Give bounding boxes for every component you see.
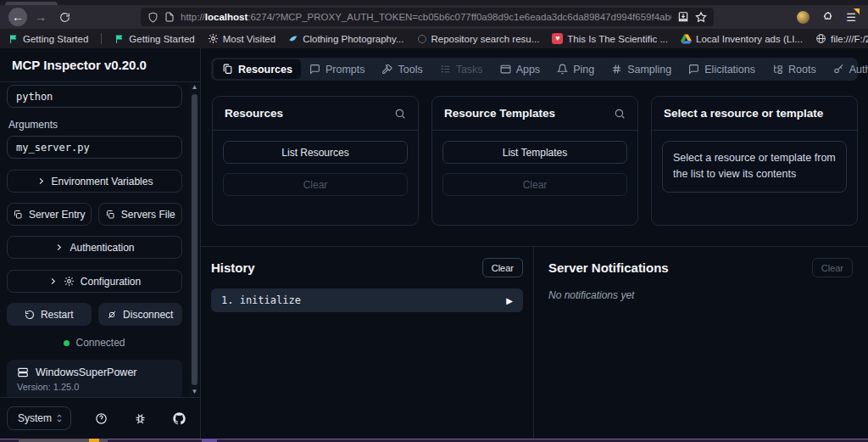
clear-notifications-button[interactable]: Clear [812,258,853,277]
tab-roots[interactable]: Roots [764,59,825,79]
bookmark-item[interactable]: file:///F:/2022New/has... [815,33,868,44]
disconnect-button[interactable]: Disconnect [98,303,183,326]
reload-button[interactable] [54,7,75,27]
bookmark-item[interactable]: Local Inventory ads (LI... [681,34,803,44]
chevron-right-icon [48,277,58,286]
key-icon [833,64,844,75]
configuration-button[interactable]: Configuration [7,270,182,293]
extensions-puzzle-icon[interactable] [821,11,834,24]
list-checks-icon [440,64,451,75]
scroll-up-icon[interactable]: ▲ [192,84,198,91]
screen: ← → http://localhost:6274/?MCP_PROXY_AUT… [0,0,868,442]
tab-resources[interactable]: Resources [214,59,301,79]
gear-icon [208,33,219,44]
flag-icon [8,34,19,44]
tab-prompts[interactable]: Prompts [301,59,374,79]
globe-icon [815,33,826,44]
page-icon[interactable] [164,12,175,22]
bookmark-item[interactable]: ♥ This Is The Scientific ... [552,33,668,44]
bookmark-star-icon[interactable] [695,11,707,23]
taskbar-purple-segment [202,439,217,442]
url-text[interactable]: http://localhost:6274/?MCP_PROXY_AUTH_TO… [181,12,671,22]
folder-tree-icon [772,64,783,75]
resources-panel-title: Resources [225,107,283,120]
bookmark-item[interactable]: Clothing Photography... [288,34,403,44]
sidebar: MCP Inspector v0.20.0 Arguments Environm… [0,48,201,439]
resources-panel: Resources List Resources Clear [212,96,419,226]
copy-icon [13,210,23,220]
tab-apps[interactable]: Apps [492,59,549,79]
browser-tabstrip [0,0,868,5]
servers-file-button[interactable]: Servers File [98,203,183,226]
app-window-icon [500,64,511,75]
help-button[interactable] [92,412,110,425]
chevron-right-icon [36,176,46,186]
github-icon [173,412,186,425]
expand-arrow-icon[interactable]: ▶ [506,296,513,305]
bookmarks-separator [101,33,102,44]
drive-icon [681,34,692,44]
authentication-button[interactable]: Authentication [7,236,182,259]
no-notifications-text: No notifications yet [548,289,853,301]
tab-auth[interactable]: Auth [825,59,868,79]
bookmark-item[interactable]: Most Visited [208,33,275,44]
files-icon [222,64,233,75]
bug-report-button[interactable] [131,412,149,425]
server-entry-button[interactable]: Server Entry [7,203,92,226]
resource-detail-placeholder: Select a resource or template from the l… [662,141,847,193]
back-button[interactable]: ← [8,8,27,26]
history-title: History [211,260,255,275]
shield-icon[interactable] [147,12,159,23]
forward-button[interactable]: → [31,7,51,27]
arguments-input[interactable] [7,136,182,159]
tab-tasks[interactable]: Tasks [431,59,492,79]
flag-icon [114,34,125,44]
tab-ping[interactable]: Ping [548,59,603,79]
chevron-right-icon [54,243,64,252]
github-button[interactable] [170,412,188,425]
command-input[interactable] [7,85,182,108]
search-icon[interactable] [614,108,626,120]
sidebar-footer: System [0,397,200,439]
bookmarks-bar: Getting Started Getting Started Most Vis… [0,29,868,48]
message-square-icon [688,64,699,75]
resource-detail-panel: Select a resource or template Select a r… [651,96,858,226]
save-page-icon[interactable] [677,11,689,23]
theme-select[interactable]: System [7,406,71,430]
server-notifications-title: Server Notifications [548,260,669,275]
resource-templates-panel: Resource Templates List Templates Clear [431,96,638,226]
clear-templates-button[interactable]: Clear [442,173,627,196]
menu-button[interactable]: ☰ [846,12,856,23]
tab-sampling[interactable]: Sampling [603,59,680,79]
restart-icon [25,310,35,320]
bottom-row: History Clear 1. initialize ▶ Server Not… [201,246,868,439]
tab-tools[interactable]: Tools [373,59,431,79]
clear-resources-button[interactable]: Clear [223,173,408,196]
list-resources-button[interactable]: List Resources [223,141,408,164]
connected-dot-icon [64,340,70,346]
bookmark-item[interactable]: Getting Started [8,34,88,44]
mcp-inspector-app: MCP Inspector v0.20.0 Arguments Environm… [0,48,868,439]
scroll-down-icon[interactable]: ▼ [192,389,198,395]
extension-avatar-icon[interactable] [797,11,810,24]
environment-variables-button[interactable]: Environment Variables [7,170,182,193]
tab-elicitations[interactable]: Elicitations [680,59,764,79]
bookmark-item[interactable]: Getting Started [114,34,194,44]
scrollbar-thumb[interactable] [192,94,198,385]
history-pane: History Clear 1. initialize ▶ [201,247,534,439]
panels-row: Resources List Resources Clear Resource … [201,81,868,226]
history-item[interactable]: 1. initialize ▶ [211,288,523,312]
gear-icon [64,276,75,287]
url-bar[interactable]: http://localhost:6274/?MCP_PROXY_AUTH_TO… [141,8,714,26]
search-icon[interactable] [394,108,406,120]
bookmark-item[interactable]: Repository search resu... [417,34,540,44]
sidebar-scrollbar[interactable]: ▲ ▼ [189,82,200,397]
clear-history-button[interactable]: Clear [482,258,523,277]
restart-button[interactable]: Restart [7,303,92,326]
connection-status: Connected [7,337,182,349]
browser-actions: ☰ [797,11,860,24]
list-templates-button[interactable]: List Templates [442,141,627,164]
browser-tab[interactable] [5,2,58,5]
history-entry-label: 1. initialize [221,294,301,306]
tab-bar: Resources Prompts Tools Tasks [211,58,858,81]
